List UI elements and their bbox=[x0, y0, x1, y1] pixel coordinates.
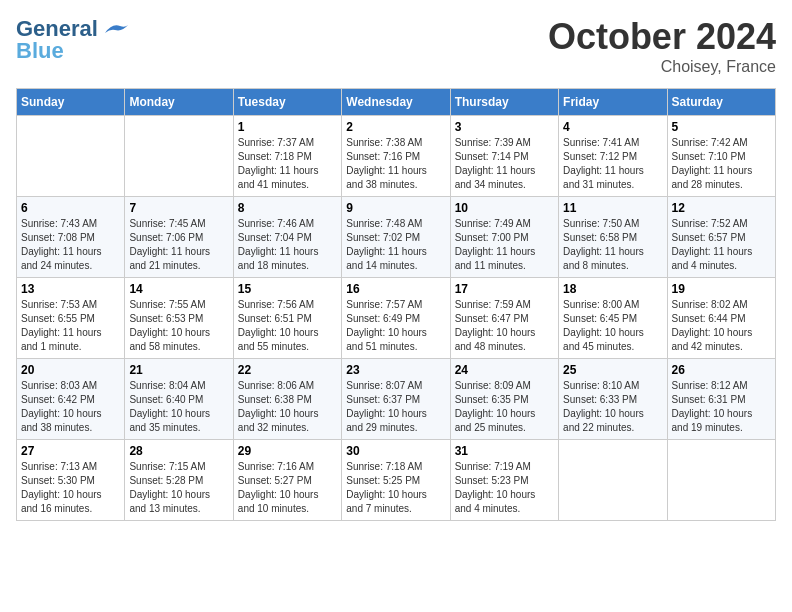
day-info: Sunrise: 7:16 AMSunset: 5:27 PMDaylight:… bbox=[238, 460, 337, 516]
day-info: Sunrise: 7:42 AMSunset: 7:10 PMDaylight:… bbox=[672, 136, 771, 192]
calendar-day-21: 21Sunrise: 8:04 AMSunset: 6:40 PMDayligh… bbox=[125, 359, 233, 440]
day-number: 1 bbox=[238, 120, 337, 134]
day-number: 12 bbox=[672, 201, 771, 215]
page-header: General Blue October 2024 Choisey, Franc… bbox=[16, 16, 776, 76]
day-number: 14 bbox=[129, 282, 228, 296]
calendar-week-row: 20Sunrise: 8:03 AMSunset: 6:42 PMDayligh… bbox=[17, 359, 776, 440]
calendar-day-4: 4Sunrise: 7:41 AMSunset: 7:12 PMDaylight… bbox=[559, 116, 667, 197]
day-info: Sunrise: 8:04 AMSunset: 6:40 PMDaylight:… bbox=[129, 379, 228, 435]
location: Choisey, France bbox=[548, 58, 776, 76]
day-number: 28 bbox=[129, 444, 228, 458]
day-info: Sunrise: 7:13 AMSunset: 5:30 PMDaylight:… bbox=[21, 460, 120, 516]
calendar-day-6: 6Sunrise: 7:43 AMSunset: 7:08 PMDaylight… bbox=[17, 197, 125, 278]
day-number: 20 bbox=[21, 363, 120, 377]
logo: General Blue bbox=[16, 16, 130, 64]
calendar-day-19: 19Sunrise: 8:02 AMSunset: 6:44 PMDayligh… bbox=[667, 278, 775, 359]
calendar-day-30: 30Sunrise: 7:18 AMSunset: 5:25 PMDayligh… bbox=[342, 440, 450, 521]
calendar-day-22: 22Sunrise: 8:06 AMSunset: 6:38 PMDayligh… bbox=[233, 359, 341, 440]
calendar-week-row: 13Sunrise: 7:53 AMSunset: 6:55 PMDayligh… bbox=[17, 278, 776, 359]
calendar-empty-cell bbox=[559, 440, 667, 521]
calendar-day-17: 17Sunrise: 7:59 AMSunset: 6:47 PMDayligh… bbox=[450, 278, 558, 359]
weekday-header-monday: Monday bbox=[125, 89, 233, 116]
day-info: Sunrise: 7:57 AMSunset: 6:49 PMDaylight:… bbox=[346, 298, 445, 354]
calendar-day-14: 14Sunrise: 7:55 AMSunset: 6:53 PMDayligh… bbox=[125, 278, 233, 359]
day-number: 21 bbox=[129, 363, 228, 377]
day-number: 17 bbox=[455, 282, 554, 296]
day-number: 2 bbox=[346, 120, 445, 134]
calendar-day-10: 10Sunrise: 7:49 AMSunset: 7:00 PMDayligh… bbox=[450, 197, 558, 278]
day-info: Sunrise: 7:46 AMSunset: 7:04 PMDaylight:… bbox=[238, 217, 337, 273]
calendar-day-20: 20Sunrise: 8:03 AMSunset: 6:42 PMDayligh… bbox=[17, 359, 125, 440]
day-number: 6 bbox=[21, 201, 120, 215]
calendar-day-27: 27Sunrise: 7:13 AMSunset: 5:30 PMDayligh… bbox=[17, 440, 125, 521]
calendar-day-15: 15Sunrise: 7:56 AMSunset: 6:51 PMDayligh… bbox=[233, 278, 341, 359]
calendar-day-7: 7Sunrise: 7:45 AMSunset: 7:06 PMDaylight… bbox=[125, 197, 233, 278]
day-info: Sunrise: 7:53 AMSunset: 6:55 PMDaylight:… bbox=[21, 298, 120, 354]
day-info: Sunrise: 8:10 AMSunset: 6:33 PMDaylight:… bbox=[563, 379, 662, 435]
weekday-header-thursday: Thursday bbox=[450, 89, 558, 116]
calendar-empty-cell bbox=[125, 116, 233, 197]
calendar-day-9: 9Sunrise: 7:48 AMSunset: 7:02 PMDaylight… bbox=[342, 197, 450, 278]
day-number: 25 bbox=[563, 363, 662, 377]
day-number: 15 bbox=[238, 282, 337, 296]
weekday-header-wednesday: Wednesday bbox=[342, 89, 450, 116]
calendar-day-16: 16Sunrise: 7:57 AMSunset: 6:49 PMDayligh… bbox=[342, 278, 450, 359]
day-number: 18 bbox=[563, 282, 662, 296]
logo-bird-icon bbox=[100, 18, 130, 40]
day-number: 23 bbox=[346, 363, 445, 377]
day-info: Sunrise: 7:48 AMSunset: 7:02 PMDaylight:… bbox=[346, 217, 445, 273]
day-info: Sunrise: 8:07 AMSunset: 6:37 PMDaylight:… bbox=[346, 379, 445, 435]
day-info: Sunrise: 7:52 AMSunset: 6:57 PMDaylight:… bbox=[672, 217, 771, 273]
weekday-header-tuesday: Tuesday bbox=[233, 89, 341, 116]
day-number: 3 bbox=[455, 120, 554, 134]
day-number: 10 bbox=[455, 201, 554, 215]
calendar-week-row: 27Sunrise: 7:13 AMSunset: 5:30 PMDayligh… bbox=[17, 440, 776, 521]
day-number: 5 bbox=[672, 120, 771, 134]
month-title: October 2024 bbox=[548, 16, 776, 58]
calendar-day-12: 12Sunrise: 7:52 AMSunset: 6:57 PMDayligh… bbox=[667, 197, 775, 278]
day-info: Sunrise: 7:49 AMSunset: 7:00 PMDaylight:… bbox=[455, 217, 554, 273]
calendar-day-3: 3Sunrise: 7:39 AMSunset: 7:14 PMDaylight… bbox=[450, 116, 558, 197]
day-info: Sunrise: 7:15 AMSunset: 5:28 PMDaylight:… bbox=[129, 460, 228, 516]
day-info: Sunrise: 7:41 AMSunset: 7:12 PMDaylight:… bbox=[563, 136, 662, 192]
day-info: Sunrise: 7:39 AMSunset: 7:14 PMDaylight:… bbox=[455, 136, 554, 192]
day-number: 26 bbox=[672, 363, 771, 377]
day-info: Sunrise: 8:12 AMSunset: 6:31 PMDaylight:… bbox=[672, 379, 771, 435]
day-number: 22 bbox=[238, 363, 337, 377]
calendar-day-11: 11Sunrise: 7:50 AMSunset: 6:58 PMDayligh… bbox=[559, 197, 667, 278]
calendar-header-row: SundayMondayTuesdayWednesdayThursdayFrid… bbox=[17, 89, 776, 116]
day-info: Sunrise: 7:38 AMSunset: 7:16 PMDaylight:… bbox=[346, 136, 445, 192]
title-block: October 2024 Choisey, France bbox=[548, 16, 776, 76]
calendar-empty-cell bbox=[667, 440, 775, 521]
day-number: 24 bbox=[455, 363, 554, 377]
day-info: Sunrise: 7:43 AMSunset: 7:08 PMDaylight:… bbox=[21, 217, 120, 273]
day-info: Sunrise: 7:59 AMSunset: 6:47 PMDaylight:… bbox=[455, 298, 554, 354]
day-number: 8 bbox=[238, 201, 337, 215]
calendar-week-row: 1Sunrise: 7:37 AMSunset: 7:18 PMDaylight… bbox=[17, 116, 776, 197]
calendar-day-29: 29Sunrise: 7:16 AMSunset: 5:27 PMDayligh… bbox=[233, 440, 341, 521]
calendar-day-8: 8Sunrise: 7:46 AMSunset: 7:04 PMDaylight… bbox=[233, 197, 341, 278]
day-info: Sunrise: 8:09 AMSunset: 6:35 PMDaylight:… bbox=[455, 379, 554, 435]
day-info: Sunrise: 7:37 AMSunset: 7:18 PMDaylight:… bbox=[238, 136, 337, 192]
logo-blue: Blue bbox=[16, 38, 64, 64]
calendar-day-18: 18Sunrise: 8:00 AMSunset: 6:45 PMDayligh… bbox=[559, 278, 667, 359]
day-info: Sunrise: 7:19 AMSunset: 5:23 PMDaylight:… bbox=[455, 460, 554, 516]
day-number: 19 bbox=[672, 282, 771, 296]
calendar-day-26: 26Sunrise: 8:12 AMSunset: 6:31 PMDayligh… bbox=[667, 359, 775, 440]
day-info: Sunrise: 8:02 AMSunset: 6:44 PMDaylight:… bbox=[672, 298, 771, 354]
weekday-header-saturday: Saturday bbox=[667, 89, 775, 116]
day-number: 9 bbox=[346, 201, 445, 215]
calendar-day-13: 13Sunrise: 7:53 AMSunset: 6:55 PMDayligh… bbox=[17, 278, 125, 359]
day-number: 7 bbox=[129, 201, 228, 215]
day-info: Sunrise: 8:03 AMSunset: 6:42 PMDaylight:… bbox=[21, 379, 120, 435]
day-info: Sunrise: 7:50 AMSunset: 6:58 PMDaylight:… bbox=[563, 217, 662, 273]
day-number: 16 bbox=[346, 282, 445, 296]
calendar-day-23: 23Sunrise: 8:07 AMSunset: 6:37 PMDayligh… bbox=[342, 359, 450, 440]
calendar-table: SundayMondayTuesdayWednesdayThursdayFrid… bbox=[16, 88, 776, 521]
calendar-empty-cell bbox=[17, 116, 125, 197]
day-number: 29 bbox=[238, 444, 337, 458]
day-info: Sunrise: 7:55 AMSunset: 6:53 PMDaylight:… bbox=[129, 298, 228, 354]
day-info: Sunrise: 8:00 AMSunset: 6:45 PMDaylight:… bbox=[563, 298, 662, 354]
calendar-day-25: 25Sunrise: 8:10 AMSunset: 6:33 PMDayligh… bbox=[559, 359, 667, 440]
calendar-day-31: 31Sunrise: 7:19 AMSunset: 5:23 PMDayligh… bbox=[450, 440, 558, 521]
